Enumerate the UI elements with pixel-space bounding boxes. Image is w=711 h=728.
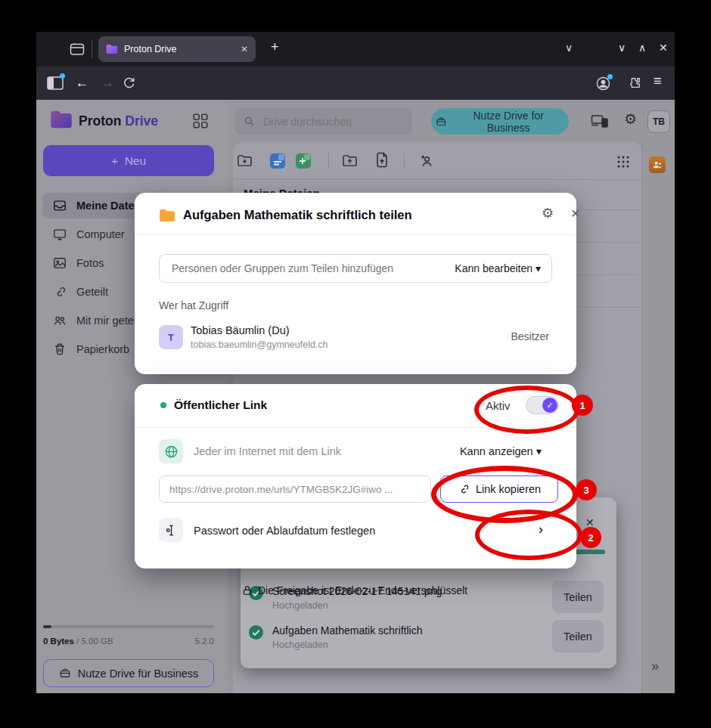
forward-button: → bbox=[101, 76, 114, 89]
grid-view-icon[interactable] bbox=[616, 154, 631, 169]
modal-close-icon[interactable]: ✕ bbox=[570, 208, 580, 220]
users-icon bbox=[53, 314, 67, 327]
sidebar-item-label: Geteilt bbox=[76, 286, 108, 298]
storage-meter-track bbox=[43, 625, 214, 628]
storage-label: 0 Bytes / 5.00 GB 5.2.0 bbox=[43, 637, 214, 646]
invite-input[interactable] bbox=[170, 262, 455, 275]
e2ee-footer: Die Freigabe ist Ende-zu-Ende-verschlüss… bbox=[242, 584, 467, 596]
member-email: tobias.baeumlin@gymneufeld.ch bbox=[191, 339, 328, 350]
new-document-icon[interactable] bbox=[269, 153, 286, 169]
upload-file-icon[interactable] bbox=[375, 152, 389, 169]
app-switcher-grid-icon[interactable] bbox=[192, 113, 209, 129]
modal-title: Aufgaben Mathematik schriftlich teilen bbox=[183, 208, 412, 222]
contacts-rail-icon[interactable] bbox=[649, 156, 666, 173]
tab-favicon-folder-icon bbox=[106, 44, 118, 54]
annotation-ellipse-toggle bbox=[474, 386, 579, 434]
check-circle-icon bbox=[248, 624, 264, 640]
photos-icon bbox=[53, 256, 67, 270]
business-upsell-header-button[interactable]: Nutze Drive for Business bbox=[431, 108, 569, 135]
tab-close-icon[interactable]: ✕ bbox=[241, 45, 248, 54]
access-heading: Wer hat Zugriff bbox=[159, 299, 228, 311]
sidebar-item-label: Computer bbox=[76, 228, 125, 240]
sidebar-item-label: Mit mir geteilt bbox=[76, 314, 141, 327]
toast-item: Aufgaben Mathematik schriftlich Hochgela… bbox=[241, 620, 616, 659]
window-maximize-button[interactable]: ∧ bbox=[638, 42, 646, 53]
toast-file-status: Hochgeladen bbox=[272, 600, 328, 611]
new-button[interactable]: + Neu bbox=[43, 145, 214, 176]
app-version: 5.2.0 bbox=[194, 637, 214, 646]
modal-settings-gear-icon[interactable]: ⚙ bbox=[542, 206, 554, 220]
reload-icon[interactable] bbox=[123, 76, 135, 89]
proton-drive-logo-text: Proton Drive bbox=[79, 113, 158, 129]
member-role: Besitzer bbox=[511, 330, 549, 342]
browser-window: Proton Drive ✕ + ∨ ∨ ∧ ✕ ← → drive.proto… bbox=[36, 32, 675, 693]
avatar[interactable]: TB bbox=[647, 110, 670, 133]
toast-close-icon[interactable]: ✕ bbox=[585, 517, 595, 528]
briefcase-icon bbox=[59, 668, 71, 679]
active-status-dot bbox=[160, 402, 166, 408]
browser-nav-bar: ← → drive.proton.me/u/1/UvZI79ZyJ4XqBTDv… bbox=[36, 67, 675, 100]
upload-folder-icon[interactable] bbox=[342, 153, 358, 168]
window-minimize-button[interactable]: ∨ bbox=[618, 42, 626, 53]
toolbar-separator bbox=[328, 153, 329, 169]
public-link-heading: Öffentlicher Link bbox=[174, 398, 267, 412]
business-upsell-footer-button[interactable]: Nutze Drive für Business bbox=[43, 659, 214, 687]
collapse-rail-icon[interactable]: » bbox=[651, 659, 659, 673]
toast-share-button[interactable]: Teilen bbox=[552, 620, 604, 652]
window-close-button[interactable]: ✕ bbox=[659, 42, 668, 53]
search-bar[interactable] bbox=[234, 108, 412, 135]
trash-icon bbox=[53, 342, 67, 356]
permission-dropdown[interactable]: Kann bearbeiten ▾ bbox=[455, 262, 541, 274]
share-user-plus-icon[interactable] bbox=[419, 153, 435, 169]
right-rail-divider bbox=[641, 142, 642, 693]
settings-gear-icon[interactable]: ⚙ bbox=[624, 112, 637, 126]
annotation-ellipse-chevron bbox=[475, 510, 582, 560]
briefcase-icon bbox=[436, 116, 446, 127]
password-expiry-label: Passwort oder Ablaufdatum festlegen bbox=[194, 525, 375, 537]
share-url-field[interactable]: https://drive.proton.me/urls/YTMGB5K2JG#… bbox=[159, 476, 431, 503]
audience-globe-iconbox bbox=[159, 439, 183, 463]
toast-share-button[interactable]: Teilen bbox=[552, 581, 604, 613]
sidebar-notification-dot bbox=[60, 73, 65, 79]
caret-down-icon: ▾ bbox=[536, 445, 542, 457]
proton-drive-logo-icon bbox=[50, 110, 73, 129]
contacts-people-icon bbox=[652, 160, 663, 169]
e2ee-footer-text: Die Freigabe ist Ende-zu-Ende-verschlüss… bbox=[258, 584, 467, 596]
annotation-badge-3: 3 bbox=[576, 479, 597, 500]
back-button[interactable]: ← bbox=[76, 76, 88, 89]
extensions-puzzle-icon[interactable] bbox=[627, 76, 641, 90]
invite-field[interactable]: Kann bearbeiten ▾ bbox=[159, 254, 552, 283]
folder-icon bbox=[159, 209, 175, 222]
storage-meter-fill bbox=[43, 625, 51, 628]
search-input[interactable] bbox=[262, 115, 393, 129]
computer-icon bbox=[53, 228, 67, 241]
new-tab-button[interactable]: + bbox=[271, 40, 279, 54]
audience-label: Jeder im Internet mit dem Link bbox=[194, 445, 341, 457]
devices-icon[interactable] bbox=[591, 114, 609, 129]
firefox-view-icon[interactable] bbox=[70, 42, 85, 56]
toolbar-separator bbox=[404, 153, 405, 169]
account-notification-dot bbox=[607, 74, 613, 79]
link-icon bbox=[53, 285, 67, 299]
caret-down-icon: ▾ bbox=[536, 262, 541, 274]
toolbar-divider bbox=[233, 179, 641, 180]
toast-file-name: Aufgaben Mathematik schriftlich bbox=[272, 624, 422, 637]
sidebar-item-label: Papierkorb bbox=[76, 343, 129, 355]
tab-proton-drive[interactable]: Proton Drive ✕ bbox=[98, 36, 256, 62]
globe-icon bbox=[164, 445, 179, 459]
password-settings-icon bbox=[165, 524, 178, 537]
share-url-text: https://drive.proton.me/urls/YTMGB5K2JG#… bbox=[169, 484, 393, 495]
search-icon bbox=[244, 116, 255, 127]
link-permission-dropdown[interactable]: Kann anzeigen ▾ bbox=[460, 445, 542, 457]
my-files-icon bbox=[53, 199, 67, 212]
sidebar-item-label: Fotos bbox=[76, 257, 104, 269]
menu-hamburger-icon[interactable]: ≡ bbox=[654, 74, 662, 88]
lock-icon bbox=[242, 584, 253, 596]
tab-separator bbox=[92, 40, 92, 58]
annotation-badge-1: 1 bbox=[572, 395, 593, 416]
new-folder-icon[interactable] bbox=[237, 153, 253, 168]
new-spreadsheet-icon[interactable] bbox=[295, 153, 312, 169]
annotation-badge-2: 2 bbox=[580, 527, 601, 548]
browser-tab-bar: Proton Drive ✕ + ∨ ∨ ∧ ✕ bbox=[36, 32, 675, 67]
tab-list-dropdown-icon[interactable]: ∨ bbox=[565, 42, 573, 53]
